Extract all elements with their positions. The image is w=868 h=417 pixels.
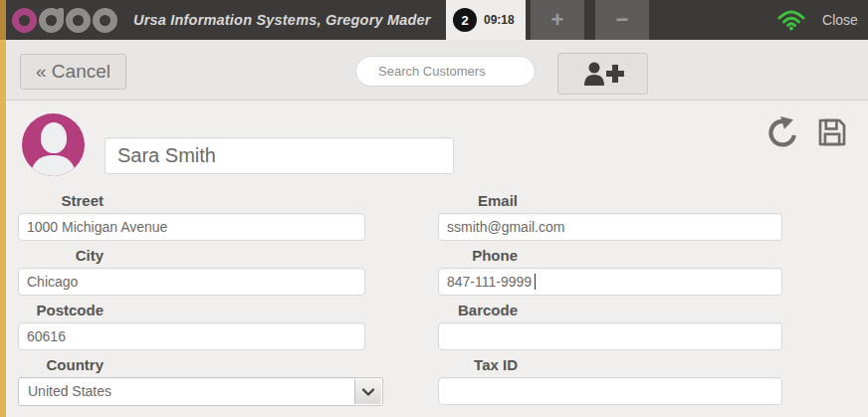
- top-status-bar: Ursa Information Systems, Gregory Mader …: [6, 0, 868, 40]
- window-edge-stripe: [0, 0, 6, 417]
- undo-button[interactable]: [765, 114, 801, 152]
- close-button[interactable]: Close: [812, 0, 868, 40]
- search-customers-box[interactable]: [355, 56, 536, 87]
- field-label-barcode: Barcode: [438, 302, 518, 318]
- store-title: Ursa Information Systems, Gregory Mader: [133, 0, 431, 40]
- country-selected-value: United States: [28, 383, 111, 399]
- window-edge-stripe-top: [0, 0, 6, 40]
- field-label-taxid: Tax ID: [438, 356, 518, 373]
- email-input[interactable]: [438, 213, 782, 241]
- form-column-left: Street City Postcode Country United Stat…: [18, 192, 365, 406]
- customer-avatar[interactable]: [22, 113, 85, 176]
- phone-field-wrapper: [438, 268, 782, 296]
- add-person-icon: [580, 60, 626, 88]
- chevron-down-icon: [362, 388, 374, 396]
- save-button[interactable]: [814, 114, 850, 152]
- city-input[interactable]: [18, 268, 365, 296]
- cancel-button[interactable]: « Cancel: [20, 54, 126, 90]
- odoo-logo-letter-d: [39, 8, 64, 33]
- avatar-body-shape: [31, 155, 76, 176]
- phone-input[interactable]: [438, 268, 782, 296]
- field-label-postcode: Postcode: [18, 302, 104, 318]
- odoo-logo-letter-o2: [66, 8, 91, 33]
- customer-toolbar: « Cancel: [6, 40, 868, 101]
- order-tab[interactable]: 2 09:18: [446, 0, 526, 40]
- remove-order-button[interactable]: −: [595, 0, 649, 40]
- barcode-input[interactable]: [438, 322, 782, 350]
- undo-icon: [766, 115, 800, 149]
- form-column-right: Email Phone Barcode Tax ID: [438, 192, 782, 411]
- field-label-street: Street: [18, 192, 104, 209]
- field-label-city: City: [18, 247, 104, 264]
- field-label-country: Country: [18, 356, 104, 373]
- customer-detail-form: Street City Postcode Country United Stat…: [6, 101, 868, 417]
- avatar-head-shape: [41, 122, 67, 153]
- wifi-status-icon: [777, 9, 805, 31]
- order-count-badge: 2: [453, 8, 477, 32]
- field-label-email: Email: [438, 192, 518, 209]
- select-dropdown-button[interactable]: [354, 379, 381, 404]
- pos-customer-edit-screen: Ursa Information Systems, Gregory Mader …: [0, 0, 868, 417]
- add-customer-button[interactable]: [557, 53, 648, 95]
- search-customers-input[interactable]: [378, 64, 553, 79]
- odoo-logo-d-stem: [58, 8, 64, 20]
- order-time: 09:18: [484, 13, 515, 27]
- postcode-input[interactable]: [18, 322, 365, 350]
- add-order-button[interactable]: +: [531, 0, 584, 40]
- country-select[interactable]: United States: [18, 377, 383, 406]
- customer-name-input[interactable]: [105, 137, 454, 174]
- odoo-logo-letter-o3: [93, 8, 117, 33]
- odoo-logo: [12, 8, 119, 33]
- save-icon: [816, 115, 848, 149]
- text-caret: [535, 274, 536, 290]
- field-label-phone: Phone: [438, 247, 518, 264]
- street-input[interactable]: [18, 213, 365, 241]
- taxid-input[interactable]: [438, 377, 782, 405]
- odoo-logo-letter-o: [12, 8, 37, 33]
